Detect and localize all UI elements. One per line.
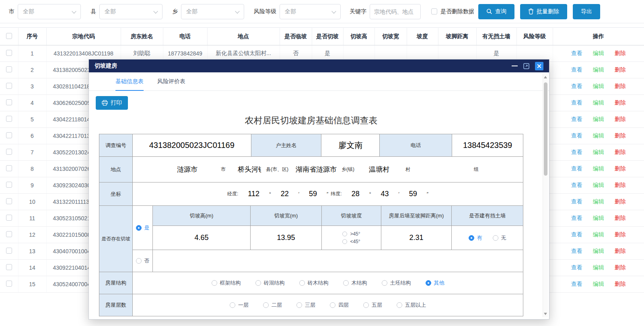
city-select[interactable]: 全部 xyxy=(18,4,81,19)
row-checkbox[interactable] xyxy=(6,215,12,221)
edit-link[interactable]: 编辑 xyxy=(593,149,604,155)
edit-link[interactable]: 编辑 xyxy=(593,50,604,56)
structure-wood-radio[interactable]: 木结构 xyxy=(343,279,367,287)
view-link[interactable]: 查看 xyxy=(571,215,582,221)
delete-link[interactable]: 删除 xyxy=(615,248,626,254)
row-checkbox[interactable] xyxy=(6,50,12,56)
row-checkbox[interactable] xyxy=(6,198,12,204)
row-checkbox[interactable] xyxy=(6,248,12,254)
structure-frame-radio[interactable]: 框架结构 xyxy=(212,279,241,287)
county-select[interactable]: 全部 xyxy=(99,4,163,19)
cut-slope-yes-radio[interactable]: 是 xyxy=(136,224,150,232)
show-deleted-checkbox[interactable] xyxy=(431,8,437,14)
row-checkbox[interactable] xyxy=(6,165,12,171)
tab-risk-evaluation[interactable]: 风险评价表 xyxy=(157,72,185,90)
view-link[interactable]: 查看 xyxy=(571,182,582,188)
select-all-checkbox[interactable] xyxy=(6,33,12,39)
tab-basic-info[interactable]: 基础信息表 xyxy=(115,72,144,90)
delete-link[interactable]: 删除 xyxy=(615,215,626,221)
angle-lt45-radio[interactable]: <45° xyxy=(342,239,360,244)
delete-link[interactable]: 删除 xyxy=(615,182,626,188)
delete-link[interactable]: 删除 xyxy=(615,132,626,139)
delete-link[interactable]: 删除 xyxy=(615,231,626,238)
delete-link[interactable]: 删除 xyxy=(615,116,626,122)
edit-link[interactable]: 编辑 xyxy=(593,116,604,122)
scroll-up-icon[interactable] xyxy=(544,76,547,78)
row-checkbox[interactable] xyxy=(6,132,12,138)
delete-link[interactable]: 删除 xyxy=(615,165,626,172)
structure-other-radio[interactable]: 其他 xyxy=(426,279,444,287)
view-link[interactable]: 查看 xyxy=(571,264,582,271)
floors-4-radio[interactable]: 四层 xyxy=(330,301,349,309)
delete-link[interactable]: 删除 xyxy=(615,198,626,205)
view-link[interactable]: 查看 xyxy=(571,231,582,238)
delete-link[interactable]: 删除 xyxy=(615,281,626,287)
structure-adobe-radio[interactable]: 土坯结构 xyxy=(382,279,411,287)
row-checkbox[interactable] xyxy=(6,149,12,155)
maximize-icon[interactable] xyxy=(523,63,529,69)
floors-1-radio[interactable]: 一层 xyxy=(230,301,249,309)
edit-link[interactable]: 编辑 xyxy=(593,182,604,188)
row-checkbox[interactable] xyxy=(6,66,12,72)
delete-link[interactable]: 删除 xyxy=(615,50,626,56)
edit-link[interactable]: 编辑 xyxy=(593,281,604,287)
edit-link[interactable]: 编辑 xyxy=(593,132,604,139)
view-link[interactable]: 查看 xyxy=(571,165,582,172)
floors-3-radio[interactable]: 三层 xyxy=(296,301,315,309)
dialog-titlebar[interactable]: 切坡建房 xyxy=(89,59,549,72)
cut-slope-no-radio[interactable]: 否 xyxy=(136,257,150,264)
edit-link[interactable]: 编辑 xyxy=(593,165,604,172)
risk-level-select[interactable]: 全部 xyxy=(280,4,341,19)
view-link[interactable]: 查看 xyxy=(571,149,582,155)
edit-link[interactable]: 编辑 xyxy=(593,248,604,254)
keyword-input[interactable] xyxy=(370,4,421,19)
view-link[interactable]: 查看 xyxy=(571,66,582,73)
view-link[interactable]: 查看 xyxy=(571,132,582,139)
angle-gt45-radio[interactable]: >45° xyxy=(342,231,360,237)
row-checkbox[interactable] xyxy=(6,99,12,105)
view-link[interactable]: 查看 xyxy=(571,99,582,106)
delete-link[interactable]: 删除 xyxy=(615,264,626,271)
structure-brick-wood-radio[interactable]: 砖木结构 xyxy=(299,279,329,287)
row-checkbox[interactable] xyxy=(6,83,12,89)
wall-no-radio[interactable]: 无 xyxy=(493,234,506,242)
export-button[interactable]: 导出 xyxy=(573,4,600,19)
scroll-down-icon[interactable] xyxy=(544,313,547,315)
delete-link[interactable]: 删除 xyxy=(615,66,626,73)
print-button[interactable]: 打印 xyxy=(96,96,128,110)
delete-link[interactable]: 删除 xyxy=(615,83,626,89)
close-icon[interactable] xyxy=(535,62,543,70)
view-link[interactable]: 查看 xyxy=(571,116,582,122)
edit-link[interactable]: 编辑 xyxy=(593,99,604,106)
wall-yes-radio[interactable]: 有 xyxy=(469,234,482,242)
scrollbar-thumb[interactable] xyxy=(544,82,547,176)
view-link[interactable]: 查看 xyxy=(571,248,582,254)
batch-delete-button[interactable]: 批量删除 xyxy=(520,4,567,19)
edit-link[interactable]: 编辑 xyxy=(593,264,604,271)
edit-link[interactable]: 编辑 xyxy=(593,198,604,205)
view-link[interactable]: 查看 xyxy=(571,50,582,56)
view-link[interactable]: 查看 xyxy=(571,83,582,89)
row-checkbox[interactable] xyxy=(6,182,12,188)
town-select[interactable]: 全部 xyxy=(181,4,244,19)
edit-link[interactable]: 编辑 xyxy=(593,231,604,238)
view-link[interactable]: 查看 xyxy=(571,281,582,287)
edit-link[interactable]: 编辑 xyxy=(593,83,604,89)
floors-2-radio[interactable]: 二层 xyxy=(263,301,282,309)
floors-5plus-radio[interactable]: 五层以上 xyxy=(397,301,426,309)
floors-5-radio[interactable]: 五层 xyxy=(363,301,382,309)
form-title: 农村居民切坡建房基础信息调查表 xyxy=(99,115,523,127)
row-checkbox[interactable] xyxy=(6,264,12,270)
edit-link[interactable]: 编辑 xyxy=(593,66,604,73)
row-checkbox[interactable] xyxy=(6,116,12,122)
row-checkbox[interactable] xyxy=(6,281,12,287)
structure-brick-concrete-radio[interactable]: 砖混结构 xyxy=(255,279,285,287)
row-checkbox[interactable] xyxy=(6,231,12,237)
view-link[interactable]: 查看 xyxy=(571,198,582,205)
edit-link[interactable]: 编辑 xyxy=(593,215,604,221)
delete-link[interactable]: 删除 xyxy=(615,99,626,106)
minimize-icon[interactable] xyxy=(512,66,518,66)
delete-link[interactable]: 删除 xyxy=(615,149,626,155)
dialog-scrollbar[interactable] xyxy=(543,74,548,317)
query-button[interactable]: 查询 xyxy=(478,4,514,19)
